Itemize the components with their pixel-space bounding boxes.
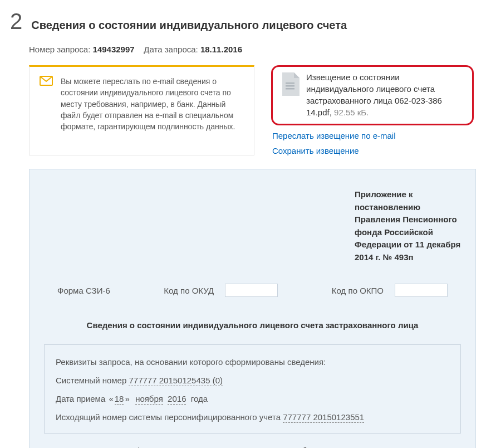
final-day: 1 xyxy=(269,446,273,448)
sys-label: Системный номер xyxy=(56,376,126,385)
svg-rect-2 xyxy=(286,85,294,87)
final-month: октября xyxy=(285,446,316,448)
request-meta: Номер запроса: 149432997 Дата запроса: 1… xyxy=(0,45,486,54)
step-number: 2 xyxy=(10,10,22,32)
request-details-box: Реквизиты запроса, на основании которого… xyxy=(44,344,461,434)
final-line: Настоящие сведения сформированы по состо… xyxy=(43,446,462,448)
req-heading: Реквизиты запроса, на основании которого… xyxy=(56,357,449,367)
page-title: Сведения о состоянии индивидуального лиц… xyxy=(31,19,347,32)
form-code-label: Форма СЗИ-6 xyxy=(57,286,110,295)
sys-num: 777777 20150125435 (0) xyxy=(129,376,223,386)
forward-email-link[interactable]: Переслать извещение по e-mail xyxy=(272,131,395,140)
request-date-label: Дата запроса: xyxy=(144,45,198,54)
out-num: 777777 20150123551 xyxy=(283,412,364,423)
okpo-input[interactable] xyxy=(395,284,448,297)
mail-icon xyxy=(40,76,53,132)
decree-text: Приложение к постановлению Правления Пен… xyxy=(355,188,462,264)
svg-rect-3 xyxy=(286,88,294,90)
form-title: Сведения о состоянии индивидуального лиц… xyxy=(43,320,462,330)
svg-rect-1 xyxy=(286,82,294,84)
accept-month: ноября xyxy=(135,394,163,405)
codes-row: Форма СЗИ-6 Код по ОКУД Код по ОКПО xyxy=(43,284,462,297)
accept-day: 18 xyxy=(115,394,124,405)
file-name-label: Извещение о состоянии индивидуального ли… xyxy=(306,71,464,118)
form-preview-panel: Приложение к постановлению Правления Пен… xyxy=(29,169,476,448)
file-download-block[interactable]: Извещение о состоянии индивидуального ли… xyxy=(271,65,474,125)
final-prefix: Настоящие сведения сформированы по состо… xyxy=(46,446,258,448)
request-date: 18.11.2016 xyxy=(200,45,242,54)
final-year: 2016 xyxy=(321,446,339,448)
save-file-link[interactable]: Сохранить извещение xyxy=(272,146,359,155)
okud-input[interactable] xyxy=(225,284,278,297)
file-name: Извещение о состоянии индивидуального ли… xyxy=(306,72,442,117)
email-notice-box: Вы можете переслать по e-mail сведения о… xyxy=(29,65,254,155)
file-icon xyxy=(281,72,300,98)
step-header: 2 Сведения о состоянии индивидуального л… xyxy=(0,10,486,32)
okpo-label: Код по ОКПО xyxy=(332,286,384,295)
email-notice-text: Вы можете переслать по e-mail сведения о… xyxy=(61,76,244,132)
okud-label: Код по ОКУД xyxy=(164,286,214,295)
final-year-word: года xyxy=(343,446,360,448)
accept-year: 2016 xyxy=(168,394,186,405)
file-size: 92.55 кБ. xyxy=(334,108,369,117)
accept-date-label: Дата приема xyxy=(56,394,105,403)
out-label: Исходящий номер системы персонифицирован… xyxy=(56,412,281,422)
request-num-label: Номер запроса: xyxy=(29,45,90,54)
year-word: года xyxy=(191,394,208,403)
request-num: 149432997 xyxy=(93,45,135,54)
